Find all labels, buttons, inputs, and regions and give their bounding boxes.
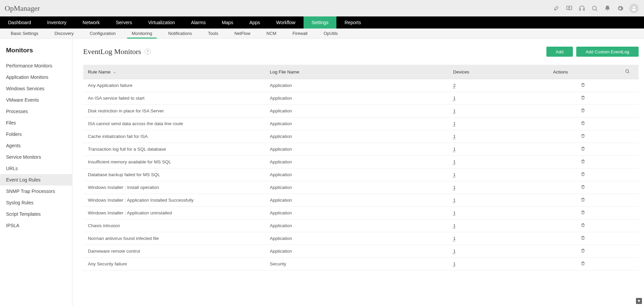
sidebar-item-agents[interactable]: Agents [0,140,72,151]
help-icon[interactable]: ? [145,49,151,55]
devices-link[interactable]: 1 [453,159,456,164]
table-row[interactable]: Windows Installer : Application Installe… [83,194,639,207]
bell-icon[interactable] [604,5,611,12]
devices-link[interactable]: 1 [453,134,456,139]
trash-icon[interactable] [581,223,585,227]
trash-icon[interactable] [581,83,585,87]
trash-icon[interactable] [581,261,585,266]
add-button[interactable]: Add [546,47,573,57]
table-row[interactable]: Norman antivirus found infected fileAppl… [83,232,639,245]
main-nav-servers[interactable]: Servers [108,16,140,29]
devices-link[interactable]: 1 [453,108,456,113]
sub-nav-firewall[interactable]: Firewall [284,29,316,38]
trash-icon[interactable] [581,108,585,113]
table-row[interactable]: Windows Installer : Application uninstal… [83,207,639,219]
main-nav-settings[interactable]: Settings [304,16,337,29]
table-row[interactable]: Dameware remote controlApplication1 [83,245,639,258]
main-nav-alarms[interactable]: Alarms [183,16,214,29]
scroll-down-button[interactable]: ▼ [636,298,642,304]
devices-link[interactable]: 1 [453,236,456,241]
devices-link[interactable]: 1 [453,261,456,266]
table-row[interactable]: Cache initialization fail for ISAApplica… [83,130,639,143]
trash-icon[interactable] [581,159,585,164]
devices-link[interactable]: 1 [453,172,456,177]
devices-link[interactable]: 1 [453,147,456,152]
sub-nav-basic-settings[interactable]: Basic Settings [3,29,46,38]
sub-nav-ncm[interactable]: NCM [258,29,284,38]
table-row[interactable]: Windows Installer : Install operationApp… [83,181,639,194]
sidebar-item-application-monitors[interactable]: Application Monitors [0,71,72,83]
sidebar-item-service-monitors[interactable]: Service Monitors [0,151,72,163]
trash-icon[interactable] [581,197,585,202]
col-search[interactable] [616,65,639,79]
table-row[interactable]: Any Application failureApplication2 [83,79,639,92]
main-nav-apps[interactable]: Apps [241,16,268,29]
sidebar-item-snmp-trap-processors[interactable]: SNMP Trap Processors [0,186,72,197]
trash-icon[interactable] [581,121,585,125]
presentation-icon[interactable] [566,5,573,12]
sidebar-item-ipsla[interactable]: IPSLA [0,220,72,231]
main-nav-reports[interactable]: Reports [336,16,369,29]
table-row[interactable]: ISA cannot send data across the data lin… [83,117,639,130]
sidebar-item-script-templates[interactable]: Script Templates [0,208,72,220]
sub-nav-netflow[interactable]: NetFlow [226,29,259,38]
devices-link[interactable]: 2 [453,83,456,88]
devices-link[interactable]: 1 [453,210,456,215]
sub-nav-monitoring[interactable]: Monitoring [124,29,160,38]
main-nav-workflow[interactable]: Workflow [268,16,303,29]
main-nav-maps[interactable]: Maps [214,16,241,29]
gear-icon[interactable] [616,5,624,12]
trash-icon[interactable] [581,146,585,151]
main-nav-network[interactable]: Network [74,16,108,29]
table-row[interactable]: Transaction log full for a SQL databaseA… [83,143,639,156]
trash-icon[interactable] [581,248,585,253]
col-rule-name[interactable]: Rule Name ▲ [83,65,266,79]
devices-link[interactable]: 1 [453,121,456,126]
col-devices[interactable]: Devices [450,65,550,79]
sub-nav-oputils[interactable]: OpUtils [316,29,346,38]
col-log-file[interactable]: Log File Name [266,65,449,79]
add-custom-eventlog-button[interactable]: Add Custom EventLog [576,47,639,57]
trash-icon[interactable] [581,134,585,138]
sidebar-item-event-log-rules[interactable]: Event Log Rules [0,174,72,186]
sidebar-item-syslog-rules[interactable]: Syslog Rules [0,197,72,208]
trash-icon[interactable] [581,210,585,215]
devices-link[interactable]: 1 [453,198,456,203]
table-row[interactable]: Chasis intrusionApplication1 [83,219,639,232]
trash-icon[interactable] [581,172,585,176]
sub-nav-tools[interactable]: Tools [200,29,226,38]
rocket-icon[interactable] [553,5,560,12]
sidebar-item-files[interactable]: Files [0,117,72,129]
table-row[interactable]: Any Security failureSecurity1 [83,258,639,270]
main-nav-inventory[interactable]: Inventory [39,16,75,29]
devices-link[interactable]: 1 [453,185,456,190]
table-row[interactable]: Database backup failed for MS SQLApplica… [83,168,639,181]
sub-nav-configuration[interactable]: Configuration [82,29,123,38]
cell-spacer [616,117,639,130]
sidebar-item-urls[interactable]: URLs [0,163,72,174]
sidebar-item-processes[interactable]: Processes [0,106,72,117]
cell-spacer [616,168,639,181]
trash-icon[interactable] [581,95,585,100]
devices-link[interactable]: 1 [453,96,456,101]
table-row[interactable]: An ISA service failed to startApplicatio… [83,92,639,105]
devices-link[interactable]: 1 [453,249,456,254]
headset-icon[interactable] [578,5,586,12]
sub-nav-discovery[interactable]: Discovery [46,29,82,38]
trash-icon[interactable] [581,185,585,189]
main-nav-virtualization[interactable]: Virtualization [140,16,183,29]
sidebar-item-performance-monitors[interactable]: Performance Monitors [0,60,72,71]
main-nav-dashboard[interactable]: Dashboard [0,16,39,29]
trash-icon[interactable] [581,236,585,240]
table-row[interactable]: Insufficient memory available for MS SQL… [83,156,639,168]
devices-link[interactable]: 1 [453,223,456,228]
search-icon[interactable] [591,5,598,12]
user-avatar[interactable] [629,4,639,13]
table-search-icon[interactable] [625,69,630,74]
sidebar-item-windows-services[interactable]: Windows Services [0,83,72,94]
cell-rule-name: Insufficient memory available for MS SQL [83,156,266,168]
sub-nav-notifications[interactable]: Notifications [160,29,200,38]
sidebar-item-vmware-events[interactable]: VMware Events [0,94,72,106]
sidebar-item-folders[interactable]: Folders [0,129,72,140]
table-row[interactable]: Disk restriction in place for ISA Server… [83,105,639,117]
